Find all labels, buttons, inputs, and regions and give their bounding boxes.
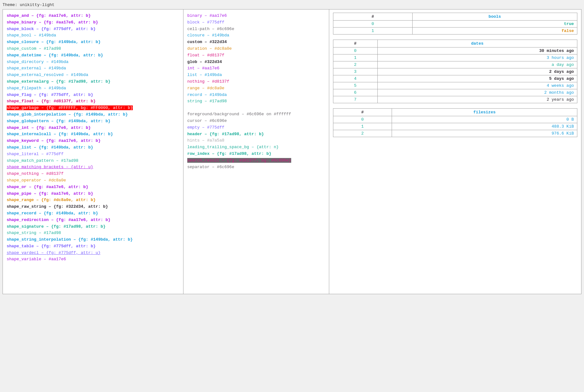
left-entry-shape_variable: shape_variable – #aa17e6: [7, 256, 179, 263]
mid1-entry-string: string – #17ad98: [187, 98, 325, 105]
dates-row: 72 years ago: [333, 96, 577, 103]
left-entry-shape_flag: shape_flag – {fg: #775dff, attr: b}: [7, 92, 179, 98]
filesizes-col-filesizes: filesizes: [392, 109, 577, 116]
dates-val: 30 minutes ago: [377, 47, 577, 54]
left-entry-shape_range: shape_range – {fg: #dc8a0e, attr: b}: [7, 197, 179, 204]
left-entry-shape_pipe: shape_pipe – {fg: #aa17e6, attr: b}: [7, 191, 179, 197]
dates-idx: 7: [333, 96, 378, 103]
dates-idx: 2: [333, 61, 378, 68]
left-entry-shape_list: shape_list – {fg: #149bda, attr: b}: [7, 144, 179, 151]
left-entry-shape_record: shape_record – {fg: #149bda, attr: b}: [7, 210, 179, 217]
left-entry-shape_match_pattern: shape_match_pattern – #17ad98: [7, 158, 179, 164]
col-left: shape_and – {fg: #aa17e6, attr: b}shape_…: [3, 9, 183, 294]
dates-idx: 0: [333, 47, 378, 54]
main-container: shape_and – {fg: #aa17e6, attr: b}shape_…: [3, 9, 581, 294]
mid2-entry-foreground_background: foreground/background – #6c696e on #ffff…: [187, 111, 325, 118]
filesizes-table: # filesizes 00 B1488.3 KiB2976.6 KiB: [333, 108, 577, 137]
mid2-entry-search_result: search_result – {fg: #d8137f, bg: #6c696…: [187, 157, 325, 164]
bools-row: 1false: [333, 28, 577, 35]
mid2-entry-leading_trailing_space_bg: leading_trailing_space_bg – {attr: n}: [187, 144, 325, 151]
left-entry-shape_directory: shape_directory – #149bda: [7, 59, 179, 66]
left-entry-shape_closure: shape_closure – {fg: #149bda, attr: b}: [7, 39, 179, 46]
dates-row: 13 hours ago: [333, 54, 577, 61]
dates-val: 2 days ago: [377, 68, 577, 75]
dates-row: 2a day ago: [333, 61, 577, 68]
dates-val: 4 weeks ago: [377, 82, 577, 89]
dates-col-dates: dates: [377, 40, 577, 47]
dates-val: 5 days ago: [377, 75, 577, 82]
col-right: # bools 0true1false # dates 030 minutes …: [329, 9, 581, 294]
left-entries-container: shape_and – {fg: #aa17e6, attr: b}shape_…: [7, 13, 179, 263]
left-entry-shape_vardecl: shape_vardecl – {fg: #775dff, attr: u}: [7, 250, 179, 256]
left-entry-shape_raw_string: shape_raw_string – {fg: #322d34, attr: b…: [7, 204, 179, 210]
left-entry-shape_binary: shape_binary – {fg: #aa17e6, attr: b}: [7, 19, 179, 26]
mid2-entry-empty: empty – #775dff: [187, 124, 325, 131]
filesizes-val: 976.6 KiB: [392, 130, 577, 137]
left-entry-shape_internalcall: shape_internalcall – {fg: #149bda, attr:…: [7, 131, 179, 138]
mid1-entry-cell-path: cell-path – #6c696e: [187, 26, 325, 33]
bools-col-bools: bools: [412, 13, 577, 21]
highlight-gray-search_result: search_result – {fg: #d8137f, bg: #6c696…: [187, 158, 291, 163]
mid-section2: foreground/background – #6c696e on #ffff…: [187, 111, 325, 170]
mid1-entry-nothing: nothing – #d8137f: [187, 79, 325, 85]
bools-col-hash: #: [333, 13, 413, 21]
filesizes-row: 1488.3 KiB: [333, 123, 577, 130]
bools-idx: 1: [333, 28, 413, 35]
dates-row: 32 days ago: [333, 68, 577, 75]
left-entry-shape_glob_interpolation: shape_glob_interpolation – {fg: #149bda,…: [7, 111, 179, 118]
mid1-entry-closure: closure – #149bda: [187, 32, 325, 39]
mid1-entry-binary: binary – #aa17e6: [187, 13, 325, 19]
dates-col-hash: #: [333, 40, 378, 47]
left-entry-shape_globpattern: shape_globpattern – {fg: #149bda, attr: …: [7, 118, 179, 125]
left-entry-shape_signature: shape_signature – {fg: #17ad98, attr: b}: [7, 224, 179, 230]
dates-val: 3 hours ago: [377, 54, 577, 61]
filesizes-idx: 0: [333, 116, 392, 123]
filesizes-val: 0 B: [392, 116, 577, 123]
left-entry-shape_int: shape_int – {fg: #aa17e6, attr: b}: [7, 125, 179, 131]
mid2-entry-cursor: cursor – #6c696e: [187, 118, 325, 124]
dates-idx: 4: [333, 75, 378, 82]
left-entry-shape_or: shape_or – {fg: #aa17e6, attr: b}: [7, 184, 179, 191]
mid1-entry-record: record – #149bda: [187, 92, 325, 98]
filesizes-idx: 2: [333, 130, 392, 137]
bools-table: # bools 0true1false: [333, 13, 577, 35]
filesizes-idx: 1: [333, 123, 392, 130]
left-entry-shape_filepath: shape_filepath – #149bda: [7, 85, 179, 92]
left-entry-shape_literal: shape_literal – #775dff: [7, 151, 179, 158]
dates-row: 54 weeks ago: [333, 82, 577, 89]
bools-idx: 0: [333, 21, 413, 28]
left-entry-shape_keyword: shape_keyword – {fg: #aa17e6, attr: b}: [7, 138, 179, 144]
left-entry-shape_string_interpolation: shape_string_interpolation – {fg: #149bd…: [7, 237, 179, 243]
bools-val: false: [412, 28, 577, 35]
left-entry-shape_bool: shape_bool – #149bda: [7, 32, 179, 39]
mid2-entry-hints: hints – #a7a5a8: [187, 137, 325, 144]
filesizes-row: 00 B: [333, 116, 577, 123]
left-entry-shape_and: shape_and – {fg: #aa17e6, attr: b}: [7, 13, 179, 19]
mid1-entry-duration: duration – #dc8a0e: [187, 46, 325, 52]
dates-idx: 6: [333, 89, 378, 96]
left-entry-shape_block: shape_block – {fg: #775dff, attr: b}: [7, 26, 179, 33]
left-entry-shape_custom: shape_custom – #17ad98: [7, 46, 179, 52]
highlight-red-shape_garbage: shape_garbage – {fg: #FFFFFF, bg: #FF000…: [7, 105, 133, 110]
dates-row: 62 months ago: [333, 89, 577, 96]
mid1-entry-glob: glob – #322d34: [187, 59, 325, 66]
left-entry-shape_external_resolved: shape_external_resolved – #149bda: [7, 72, 179, 79]
mid1-entry-float: float – #d8137f: [187, 52, 325, 59]
left-entry-shape_nothing: shape_nothing – #d8137f: [7, 171, 179, 177]
dates-val: a day ago: [377, 61, 577, 68]
mid1-entry-list: list – #149bda: [187, 72, 325, 79]
filesizes-col-hash: #: [333, 109, 392, 116]
bools-val: true: [412, 21, 577, 28]
dates-val: 2 years ago: [377, 96, 577, 103]
dates-row: 030 minutes ago: [333, 47, 577, 54]
mid2-entry-separator: separator – #6c696e: [187, 164, 325, 171]
mid1-entry-block: block – #775dff: [187, 19, 325, 26]
dates-idx: 1: [333, 54, 378, 61]
mid2-entry-header: header – {fg: #17ad98, attr: b}: [187, 131, 325, 138]
left-entry-shape_redirection: shape_redirection – {fg: #aa17e6, attr: …: [7, 217, 179, 224]
filesizes-row: 2976.6 KiB: [333, 130, 577, 137]
col-mid: binary – #aa17e6block – #775dffcell-path…: [183, 9, 329, 294]
left-entry-shape_external: shape_external – #149bda: [7, 65, 179, 72]
mid-section1: binary – #aa17e6block – #775dffcell-path…: [187, 13, 325, 105]
left-entry-shape_garbage: shape_garbage – {fg: #FFFFFF, bg: #FF000…: [7, 105, 179, 111]
